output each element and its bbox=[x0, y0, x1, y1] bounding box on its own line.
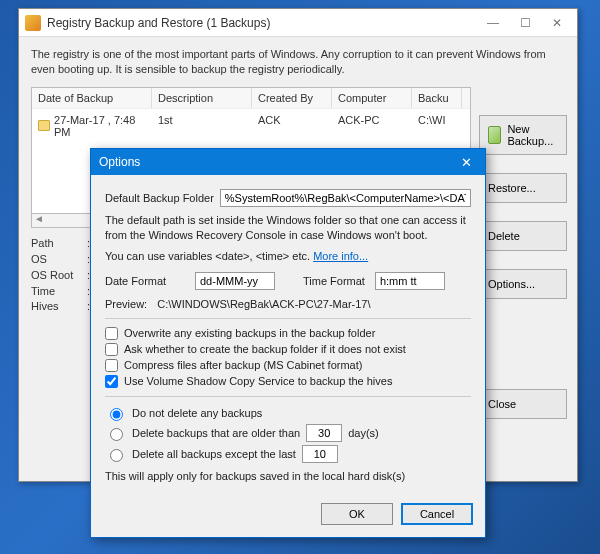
preview-label: Preview: bbox=[105, 298, 147, 310]
time-format-label: Time Format bbox=[303, 275, 365, 287]
time-format-input[interactable] bbox=[375, 272, 445, 290]
table-header: Date of Backup Description Created By Co… bbox=[32, 88, 470, 108]
new-backup-icon bbox=[488, 126, 501, 144]
options-dialog: Options ✕ Default Backup Folder The defa… bbox=[90, 148, 486, 538]
col-backup[interactable]: Backu bbox=[412, 88, 462, 108]
folder-icon bbox=[38, 120, 50, 131]
cell-date: 27-Mar-17 , 7:48 PM bbox=[54, 114, 146, 138]
close-button[interactable]: Close bbox=[479, 389, 567, 419]
close-icon[interactable]: ✕ bbox=[547, 16, 567, 30]
radio-older[interactable] bbox=[110, 428, 123, 441]
col-computer[interactable]: Computer bbox=[332, 88, 412, 108]
side-buttons: New Backup... Restore... Delete Options.… bbox=[479, 115, 567, 419]
help-text-1: The default path is set inside the Windo… bbox=[105, 213, 471, 243]
overwrite-checkbox[interactable] bbox=[105, 327, 118, 340]
help-text-2: You can use variables <date>, <time> etc… bbox=[105, 250, 313, 262]
default-folder-label: Default Backup Folder bbox=[105, 192, 214, 204]
main-titlebar: Registry Backup and Restore (1 Backups) … bbox=[19, 9, 577, 37]
more-info-link[interactable]: More info... bbox=[313, 250, 368, 262]
options-button[interactable]: Options... bbox=[479, 269, 567, 299]
maximize-icon[interactable]: ☐ bbox=[515, 16, 535, 30]
radio-none-row[interactable]: Do not delete any backups bbox=[105, 405, 471, 421]
default-folder-input[interactable] bbox=[220, 189, 471, 207]
overwrite-checkbox-row[interactable]: Overwrite any existing backups in the ba… bbox=[105, 327, 471, 340]
older-days-input[interactable] bbox=[306, 424, 342, 442]
radio-last-row[interactable]: Delete all backups except the last bbox=[105, 445, 471, 463]
dialog-close-icon[interactable]: ✕ bbox=[455, 155, 477, 170]
app-icon bbox=[25, 15, 41, 31]
dialog-title: Options bbox=[99, 155, 455, 169]
dialog-titlebar[interactable]: Options ✕ bbox=[91, 149, 485, 175]
vss-checkbox-row[interactable]: Use Volume Shadow Copy Service to backup… bbox=[105, 375, 471, 388]
minimize-icon[interactable]: — bbox=[483, 16, 503, 30]
compress-checkbox[interactable] bbox=[105, 359, 118, 372]
cell-createdby: ACK bbox=[252, 109, 332, 143]
intro-text: The registry is one of the most importan… bbox=[31, 47, 565, 77]
restore-button[interactable]: Restore... bbox=[479, 173, 567, 203]
cell-desc: 1st bbox=[152, 109, 252, 143]
window-title: Registry Backup and Restore (1 Backups) bbox=[47, 16, 483, 30]
apply-note: This will apply only for backups saved i… bbox=[105, 469, 471, 484]
col-createdby[interactable]: Created By bbox=[252, 88, 332, 108]
radio-last[interactable] bbox=[110, 449, 123, 462]
ask-checkbox[interactable] bbox=[105, 343, 118, 356]
ask-checkbox-row[interactable]: Ask whether to create the backup folder … bbox=[105, 343, 471, 356]
compress-checkbox-row[interactable]: Compress files after backup (MS Cabinet … bbox=[105, 359, 471, 372]
preview-value: C:\WINDOWS\RegBak\ACK-PC\27-Mar-17\ bbox=[157, 298, 370, 310]
ok-button[interactable]: OK bbox=[321, 503, 393, 525]
radio-none[interactable] bbox=[110, 408, 123, 421]
cell-location: C:\WI bbox=[412, 109, 462, 143]
new-backup-button[interactable]: New Backup... bbox=[479, 115, 567, 155]
keep-last-input[interactable] bbox=[302, 445, 338, 463]
cancel-button[interactable]: Cancel bbox=[401, 503, 473, 525]
table-row[interactable]: 27-Mar-17 , 7:48 PM 1st ACK ACK-PC C:\WI bbox=[32, 108, 470, 143]
radio-older-row[interactable]: Delete backups that are older thanday(s) bbox=[105, 424, 471, 442]
delete-button[interactable]: Delete bbox=[479, 221, 567, 251]
vss-checkbox[interactable] bbox=[105, 375, 118, 388]
cell-computer: ACK-PC bbox=[332, 109, 412, 143]
date-format-input[interactable] bbox=[195, 272, 275, 290]
col-date[interactable]: Date of Backup bbox=[32, 88, 152, 108]
col-description[interactable]: Description bbox=[152, 88, 252, 108]
date-format-label: Date Format bbox=[105, 275, 185, 287]
